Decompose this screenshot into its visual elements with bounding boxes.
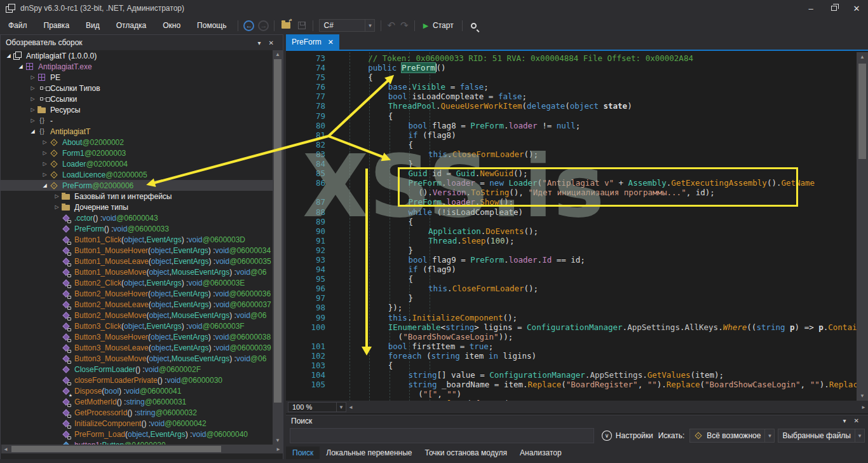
code-line[interactable]: 98}); — [286, 303, 857, 312]
tree-expander-icon[interactable]: ▷ — [41, 172, 49, 177]
tree-item[interactable]: ▷PE — [1, 72, 273, 83]
tree-expander-icon[interactable]: ▷ — [41, 150, 49, 156]
code-line[interactable]: 75{ — [286, 73, 857, 82]
tree-expander-icon[interactable]: ▷ — [29, 118, 37, 123]
tree-item[interactable]: ▷{ }- — [1, 115, 273, 126]
tree-item[interactable]: Button2_MouseHover(object, EventArgs) : … — [1, 288, 273, 299]
tree-item[interactable]: ◢{ }AntiplagiatT — [1, 126, 273, 137]
code-line[interactable]: 79{ — [286, 111, 857, 121]
tree-expander-icon[interactable]: ◢ — [29, 128, 37, 134]
undo-button[interactable]: ↶ — [384, 20, 398, 31]
search-scope-select[interactable]: Всё возможное ▼ — [689, 429, 775, 443]
chevron-down-icon[interactable]: ▼ — [365, 20, 374, 31]
tree-item[interactable]: Button3_Click(object, EventArgs) : void … — [1, 321, 273, 331]
zoom-level-select[interactable]: 100 % ▼ — [288, 402, 346, 412]
bottom-tab-Анализатор[interactable]: Анализатор — [513, 446, 568, 459]
code-line[interactable]: 93bool flag9 = PreForm.loader.Id == id; — [286, 255, 857, 265]
menu-Помощь[interactable]: Помощь — [189, 18, 234, 33]
tree-item[interactable]: Button2_Click(object, EventArgs) : void … — [1, 277, 273, 288]
tree-item[interactable]: button1 : Button @04000030 — [1, 439, 273, 445]
tab-preform[interactable]: PreForm ✕ — [286, 34, 339, 50]
code-line[interactable]: 91Thread.Sleep(100); — [286, 236, 857, 245]
menu-Правка[interactable]: Правка — [36, 18, 78, 33]
bottom-tab-Точки останова модуля[interactable]: Точки останова модуля — [419, 446, 514, 459]
tree-item[interactable]: ◢PreForm @02000006 — [1, 180, 273, 191]
tree-item[interactable]: Button2_MouseLeave(object, EventArgs) : … — [1, 299, 273, 310]
tree-item[interactable]: GetProcessorId() : string @06000032 — [1, 407, 273, 418]
minimize-button[interactable]: – — [799, 0, 822, 17]
scrollbar-thumb[interactable] — [274, 59, 281, 403]
settings-chevron-icon[interactable]: ∨ — [602, 431, 611, 441]
code-line[interactable]: 95{ — [286, 274, 857, 284]
search-files-select[interactable]: Выбранные файлы ▼ — [778, 429, 865, 443]
close-panel-button[interactable]: ✕ — [850, 417, 863, 424]
bottom-tab-Поиск[interactable]: Поиск — [286, 446, 320, 459]
code-line[interactable]: 100IEnumerable<string> ligins = Configur… — [286, 322, 857, 332]
redo-button[interactable]: ↷ — [398, 20, 411, 31]
code-line[interactable]: 74public PreForm() — [286, 63, 857, 73]
tree-expander-icon[interactable]: ▷ — [53, 204, 61, 210]
tree-item[interactable]: ▷About @02000002 — [1, 137, 273, 148]
tree-item[interactable]: ▷Ссылки Типов — [1, 83, 273, 93]
scroll-down-icon[interactable]: ▼ — [857, 393, 868, 399]
tree-expander-icon[interactable]: ▷ — [29, 107, 37, 113]
search-icon[interactable] — [471, 23, 477, 29]
tree-item[interactable]: ▷Ссылки — [1, 93, 273, 104]
scroll-right-icon[interactable]: ► — [274, 446, 283, 452]
tree-expander-icon[interactable]: ◢ — [41, 183, 49, 188]
tree-horizontal-scrollbar[interactable]: ◄ ► — [1, 445, 283, 453]
code-line[interactable]: 104string[] value = ConfigurationManager… — [286, 370, 857, 380]
tree-item[interactable]: ▷Ресурсы — [1, 104, 273, 115]
tree-item[interactable]: GetMotherId() : string @06000031 — [1, 396, 273, 407]
close-panel-button[interactable]: ✕ — [265, 39, 278, 46]
tree-expander-icon[interactable]: ▷ — [53, 193, 61, 199]
tree-item[interactable]: InitializeComponent() : void @06000042 — [1, 418, 273, 429]
tree-item[interactable]: Button2_MouseMove(object, MouseEventArgs… — [1, 310, 273, 321]
code-line[interactable]: 94if (flag9) — [286, 265, 857, 274]
tree-item[interactable]: closeFormLoaderPrivate() : void @0600003… — [1, 375, 273, 385]
chevron-down-icon[interactable]: ▼ — [855, 429, 864, 442]
tree-item[interactable]: .cctor() : void @06000043 — [1, 212, 273, 223]
menu-Окно[interactable]: Окно — [154, 18, 189, 33]
tree-item[interactable]: ▷Базовый тип и интерфейсы — [1, 191, 273, 202]
tree-expander-icon[interactable]: ▷ — [29, 96, 37, 102]
code-line[interactable]: 73// Token: 0x06000033 RID: 51 RVA: 0x00… — [286, 53, 857, 63]
scroll-left-icon[interactable]: ◄ — [1, 446, 10, 452]
tree-item[interactable]: Button3_MouseLeave(object, EventArgs) : … — [1, 342, 273, 353]
navigate-back-button[interactable]: ← — [243, 20, 254, 31]
tree-item[interactable]: Button1_MouseLeave(object, EventArgs) : … — [1, 256, 273, 266]
navigate-forward-button[interactable]: → — [258, 20, 269, 31]
tree-expander-icon[interactable]: ◢ — [17, 64, 25, 69]
close-button[interactable]: ✕ — [845, 0, 868, 17]
code-line[interactable]: 78ThreadPool.QueueUserWorkItem(delegate(… — [286, 101, 857, 111]
chevron-down-icon[interactable]: ▼ — [764, 429, 774, 442]
tree-item[interactable]: Button1_MouseHover(object, EventArgs) : … — [1, 245, 273, 256]
tree-item[interactable]: Button1_MouseMove(object, MouseEventArgs… — [1, 266, 273, 277]
scrollbar-thumb[interactable] — [858, 64, 866, 159]
chevron-down-icon[interactable]: ▾ — [254, 39, 265, 46]
code-line[interactable]: 80bool flag8 = PreForm.loader != null; — [286, 121, 857, 130]
tree-item[interactable]: ◢AntiplagiatT.exe — [1, 61, 273, 72]
search-input[interactable] — [290, 428, 594, 443]
code-line[interactable]: ("BoardShowCaseLogin")); — [286, 332, 857, 342]
start-button[interactable]: ▶ Старт — [418, 21, 459, 30]
chevron-down-icon[interactable]: ▼ — [336, 403, 346, 411]
language-select[interactable]: C# ▼ — [319, 19, 375, 32]
tree-item[interactable]: ◢AntiplagiatT (1.0.0.0) — [1, 50, 273, 61]
code-line[interactable]: 92} — [286, 245, 857, 255]
menu-Вид[interactable]: Вид — [78, 18, 108, 33]
tree-item[interactable]: ▷LoadLicence @02000005 — [1, 169, 273, 180]
chevron-down-icon[interactable]: ▾ — [839, 417, 850, 424]
code-line[interactable]: ("[", "") — [286, 389, 857, 399]
code-line[interactable]: 96this.CloseFormLoader(); — [286, 284, 857, 293]
scroll-up-icon[interactable]: ▲ — [857, 54, 868, 60]
restore-button[interactable] — [822, 0, 845, 17]
tree-item[interactable]: Button3_MouseMove(object, MouseEventArgs… — [1, 353, 273, 364]
editor-horizontal-scrollbar[interactable]: ◄ ► — [346, 403, 868, 411]
scroll-down-icon[interactable]: ▼ — [273, 438, 283, 443]
tree-item[interactable]: ★Dispose(bool) : void @06000041 — [1, 385, 273, 396]
menu-Отладка[interactable]: Отладка — [108, 18, 154, 33]
tree-item[interactable]: CloseFormLoader() : void @0600002F — [1, 364, 273, 375]
scrollbar-thumb[interactable] — [11, 446, 221, 452]
scroll-right-icon[interactable]: ► — [859, 404, 868, 410]
